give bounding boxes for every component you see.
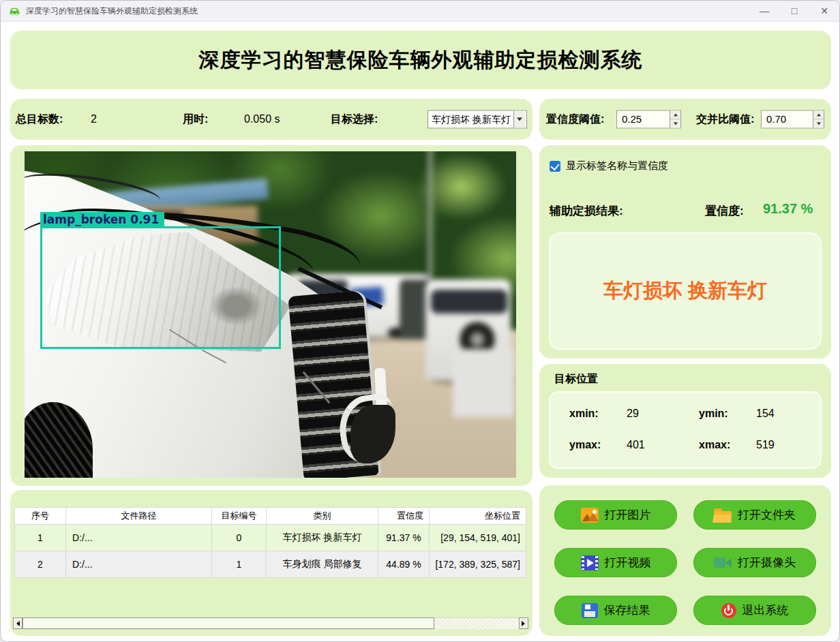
window-title: 深度学习的智慧保险车辆外观辅助定损检测系统 [26, 5, 198, 17]
result-box: 车灯损坏 换新车灯 [549, 232, 822, 350]
horizontal-scrollbar[interactable] [13, 617, 528, 629]
confidence-threshold-label: 置信度阈值: [546, 112, 604, 127]
iou-threshold-value: 0.70 [762, 111, 813, 128]
exit-icon [721, 603, 736, 618]
spinner-down-icon[interactable] [813, 120, 824, 128]
target-select-dropdown[interactable]: 车灯损坏 换新车灯 [427, 110, 527, 129]
iou-threshold-label: 交并比阈值: [696, 112, 754, 127]
open-folder-icon [714, 508, 732, 523]
spinner-down-icon[interactable] [670, 120, 680, 128]
spinner-up-icon[interactable] [813, 111, 824, 120]
cell-class[interactable]: 车身划痕 局部修复 [267, 551, 378, 578]
stats-bar: 总目标数: 2 用时: 0.050 s 目标选择: 车灯损坏 换新车灯 [10, 99, 532, 140]
save-results-button[interactable]: 保存结果 [554, 596, 677, 625]
spinner-up-icon[interactable] [670, 111, 680, 120]
open-image-label: 打开图片 [605, 507, 651, 523]
target-position-title: 目标位置 [554, 372, 598, 386]
save-results-label: 保存结果 [604, 602, 650, 618]
result-text: 车灯损坏 换新车灯 [603, 277, 767, 305]
scroll-right-icon[interactable] [519, 617, 528, 629]
assist-result-label: 辅助定损结果: [550, 203, 623, 219]
target-position-box: xmin: 29 ymin: 154 ymax: 401 xmax: 519 [549, 391, 822, 469]
xmin-value: 29 [627, 408, 639, 420]
open-video-button[interactable]: 打开视频 [554, 548, 677, 577]
detection-label: lamp_broken 0.91 [40, 212, 164, 227]
open-video-icon [581, 555, 599, 570]
scrollbar-thumb[interactable] [22, 617, 434, 629]
show-labels-checkbox-row[interactable]: 显示标签名称与置信度 [550, 159, 668, 172]
open-image-button[interactable]: 打开图片 [554, 500, 677, 530]
cell-target-id[interactable]: 0 [212, 525, 267, 551]
open-folder-label: 打开文件夹 [738, 507, 796, 523]
page-title: 深度学习的智慧保险车辆外观辅助定损检测系统 [10, 31, 831, 89]
target-position-panel: 目标位置 xmin: 29 ymin: 154 ymax: 401 xmax: … [539, 364, 831, 478]
xmin-label: xmin: [569, 408, 599, 420]
ymin-label: ymin: [699, 408, 728, 420]
table-row[interactable]: 2 D:/... 1 车身划痕 局部修复 44.89 % [172, 389, … [15, 551, 526, 578]
exit-system-button[interactable]: 退出系统 [693, 596, 816, 625]
cell-index[interactable]: 1 [15, 525, 66, 551]
table-header-row: 序号 文件路径 目标编号 类别 置信度 坐标位置 [15, 508, 526, 525]
open-folder-button[interactable]: 打开文件夹 [693, 500, 816, 530]
app-window: 深度学习的智慧保险车辆外观辅助定损检测系统 — □ ✕ 深度学习的智慧保险车辆外… [0, 0, 840, 642]
show-labels-checkbox[interactable] [550, 161, 560, 172]
open-camera-button[interactable]: 打开摄像头 [693, 548, 816, 577]
exit-system-label: 退出系统 [742, 602, 789, 618]
ymax-label: ymax: [569, 439, 601, 451]
header-filepath: 文件路径 [66, 508, 212, 525]
elapsed-time-label: 用时: [183, 112, 208, 127]
open-image-icon [581, 508, 599, 523]
dropdown-arrow-icon[interactable] [513, 111, 525, 128]
open-video-label: 打开视频 [605, 555, 651, 570]
xmax-label: xmax: [699, 439, 730, 451]
header-coordinates: 坐标位置 [430, 508, 526, 525]
close-button[interactable]: ✕ [809, 1, 839, 22]
cell-index[interactable]: 2 [15, 551, 66, 578]
cell-class[interactable]: 车灯损坏 换新车灯 [267, 525, 378, 551]
target-select-label: 目标选择: [331, 112, 378, 127]
cell-filepath[interactable]: D:/... [66, 525, 212, 551]
confidence-value: 91.37 % [763, 201, 813, 217]
app-icon [9, 5, 20, 17]
scroll-left-icon[interactable] [13, 617, 22, 629]
scrollbar-track[interactable] [434, 617, 519, 629]
detections-table-panel: 序号 文件路径 目标编号 类别 置信度 坐标位置 1 D:/... 0 车灯损坏… [10, 490, 532, 636]
header-class: 类别 [267, 508, 378, 525]
save-icon [582, 603, 598, 618]
image-viewer-panel: lamp_broken 0.91 [10, 145, 532, 486]
elapsed-time-value: 0.050 s [244, 113, 280, 125]
target-select-value: 车灯损坏 换新车灯 [428, 113, 513, 125]
cell-target-id[interactable]: 1 [212, 551, 267, 578]
show-labels-label: 显示标签名称与置信度 [566, 159, 668, 172]
cell-confidence[interactable]: 91.37 % [378, 525, 430, 551]
confidence-threshold-value: 0.25 [617, 111, 670, 128]
cell-confidence[interactable]: 44.89 % [378, 551, 430, 578]
total-targets-value: 2 [91, 113, 97, 125]
detections-table: 序号 文件路径 目标编号 类别 置信度 坐标位置 1 D:/... 0 车灯损坏… [14, 507, 526, 578]
table-row[interactable]: 1 D:/... 0 车灯损坏 换新车灯 91.37 % [29, 154, 5… [15, 525, 526, 551]
window-controls: — □ ✕ [749, 1, 839, 21]
confidence-threshold-spinner[interactable]: 0.25 [616, 110, 681, 129]
result-panel: 显示标签名称与置信度 辅助定损结果: 置信度: 91.37 % 车灯损坏 换新车… [539, 145, 831, 358]
iou-threshold-spinner[interactable]: 0.70 [761, 110, 824, 129]
xmax-value: 519 [756, 439, 775, 451]
header-target-id: 目标编号 [212, 508, 267, 525]
actions-panel: 打开图片 打开文件夹 打开视频 打开摄像头 保存结果 退出系统 [539, 485, 831, 636]
maximize-button[interactable]: □ [779, 1, 809, 22]
open-camera-label: 打开摄像头 [738, 555, 796, 570]
cell-filepath[interactable]: D:/... [66, 551, 212, 578]
title-bar: 深度学习的智慧保险车辆外观辅助定损检测系统 — □ ✕ [1, 1, 839, 22]
minimize-button[interactable]: — [749, 1, 779, 22]
threshold-bar: 置信度阈值: 0.25 交并比阈值: 0.70 [539, 99, 831, 140]
header-confidence: 置信度 [378, 508, 430, 525]
confidence-label: 置信度: [705, 203, 744, 219]
header-index: 序号 [15, 508, 66, 525]
ymin-value: 154 [756, 408, 775, 420]
open-camera-icon [714, 555, 732, 570]
header-panel: 深度学习的智慧保险车辆外观辅助定损检测系统 [10, 31, 831, 89]
detection-bounding-box [40, 226, 281, 349]
total-targets-label: 总目标数: [16, 112, 63, 127]
ymax-value: 401 [627, 439, 645, 451]
cell-coordinates[interactable]: [172, 389, 325, 587] [430, 551, 526, 578]
cell-coordinates[interactable]: [29, 154, 519, 401] [430, 525, 526, 551]
